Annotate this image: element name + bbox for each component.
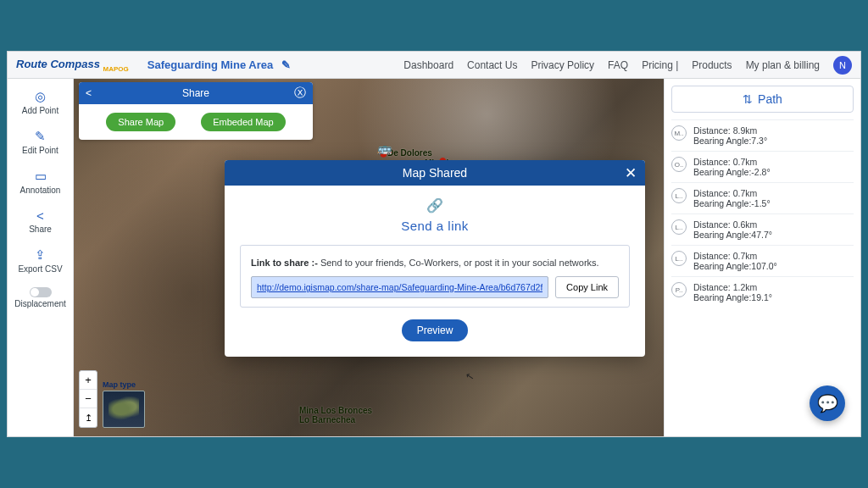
link-icon: 🔗 — [240, 197, 630, 214]
step-bearing: Bearing Angle:47.7° — [693, 230, 854, 240]
modal-header: Map Shared ✕ — [225, 160, 645, 186]
path-step[interactable]: L..Distance: 0.7kmBearing Angle:107.0° — [671, 245, 854, 276]
swap-icon: ⇅ — [743, 92, 753, 106]
share-icon: < — [8, 208, 73, 223]
step-node: M.. — [671, 125, 687, 141]
embed-map-button[interactable]: Embeded Map — [201, 113, 286, 131]
step-distance: Distance: 1.2km — [693, 282, 854, 292]
path-panel: ⇅ Path M..Distance: 8.9kmBearing Angle:7… — [664, 79, 860, 436]
step-node: L.. — [671, 251, 687, 266]
nav-plan[interactable]: My plan & billing — [746, 59, 820, 71]
nav-links: Dashboard Contact Us Privacy Policy FAQ … — [403, 56, 852, 75]
left-sidebar: ◎Add Point ✎Edit Point ▭Annotation <Shar… — [8, 79, 74, 436]
share-panel: < Share ⓧ Share Map Embeded Map — [79, 82, 313, 140]
share-url-input[interactable] — [251, 276, 548, 298]
brand-logo: Route Compass MAPOG — [16, 58, 129, 73]
preview-button[interactable]: Preview — [402, 319, 469, 341]
sidebar-share[interactable]: <Share — [8, 203, 73, 239]
link-box: Link to share :- Send to your friends, C… — [240, 245, 630, 308]
chat-icon: 💬 — [817, 393, 838, 413]
path-step[interactable]: M..Distance: 8.9kmBearing Angle:7.3° — [671, 119, 854, 151]
send-link-label: Send a link — [240, 219, 630, 233]
path-step[interactable]: P..Distance: 1.2kmBearing Angle:19.1° — [671, 276, 854, 308]
top-nav: Route Compass MAPOG Safeguarding Mine Ar… — [8, 52, 860, 79]
edit-icon[interactable]: ✎ — [281, 58, 291, 71]
bus-icon: 🚌 — [377, 141, 392, 155]
minimap[interactable] — [103, 391, 145, 428]
step-node: L.. — [671, 219, 687, 235]
map-type-label: Map type — [103, 380, 136, 389]
sidebar-add-point[interactable]: ◎Add Point — [8, 84, 73, 120]
step-distance: Distance: 0.6km — [693, 219, 854, 230]
share-map-button[interactable]: Share Map — [106, 113, 175, 131]
export-icon: ⇪ — [8, 247, 73, 263]
share-arrow-icon: < — [86, 87, 92, 99]
modal-title: Map Shared — [403, 166, 467, 180]
project-title[interactable]: Safeguarding Mine Area ✎ — [147, 58, 291, 71]
path-header[interactable]: ⇅ Path — [671, 86, 854, 113]
step-distance: Distance: 8.9km — [693, 125, 854, 136]
step-bearing: Bearing Angle:107.0° — [693, 261, 854, 271]
modal-close-icon[interactable]: ✕ — [625, 164, 637, 182]
map-label: Mina Los Bronces Lo Barnechea — [299, 406, 372, 424]
brand-name: Route Compass — [16, 58, 100, 70]
target-icon: ◎ — [8, 89, 73, 104]
sidebar-edit-point[interactable]: ✎Edit Point — [8, 124, 73, 160]
copy-link-button[interactable]: Copy Link — [555, 276, 619, 298]
close-icon[interactable]: ⓧ — [294, 86, 306, 101]
step-bearing: Bearing Angle:-2.8° — [693, 167, 854, 177]
step-distance: Distance: 0.7km — [693, 188, 854, 198]
step-bearing: Bearing Angle:-1.5° — [693, 198, 854, 208]
share-panel-title: Share — [182, 87, 209, 99]
step-node: P.. — [671, 282, 687, 297]
brand-sub: MAPOG — [103, 64, 129, 72]
share-panel-header: < Share ⓧ — [79, 82, 313, 104]
zoom-out-button[interactable]: − — [80, 390, 97, 408]
path-step[interactable]: L..Distance: 0.6kmBearing Angle:47.7° — [671, 214, 854, 245]
app-window: Route Compass MAPOG Safeguarding Mine Ar… — [7, 51, 861, 437]
nav-pricing[interactable]: Pricing | — [642, 59, 678, 71]
zoom-controls: + − ↥ — [79, 370, 97, 428]
sidebar-displacement[interactable]: Displacement — [8, 282, 73, 313]
pencil-icon: ✎ — [8, 129, 73, 144]
nav-products[interactable]: Products — [692, 59, 732, 71]
map-shared-modal: Map Shared ✕ 🔗 Send a link Link to share… — [225, 160, 645, 357]
map-label: De Dolores — [387, 148, 432, 158]
nav-faq[interactable]: FAQ — [608, 59, 628, 71]
nav-contact[interactable]: Contact Us — [467, 59, 517, 71]
step-bearing: Bearing Angle:7.3° — [693, 136, 854, 146]
step-distance: Distance: 0.7km — [693, 251, 854, 261]
sidebar-annotation[interactable]: ▭Annotation — [8, 164, 73, 200]
nav-privacy[interactable]: Privacy Policy — [531, 59, 594, 71]
chat-fab[interactable]: 💬 — [810, 385, 845, 421]
avatar[interactable]: N — [833, 56, 852, 75]
path-step[interactable]: O..Distance: 0.7kmBearing Angle:-2.8° — [671, 151, 854, 182]
sidebar-export[interactable]: ⇪Export CSV — [8, 242, 73, 279]
zoom-in-button[interactable]: + — [80, 371, 97, 390]
step-distance: Distance: 0.7km — [693, 157, 854, 167]
comment-icon: ▭ — [8, 169, 73, 184]
step-node: O.. — [671, 157, 687, 172]
toggle-icon[interactable] — [30, 287, 52, 297]
zoom-reset-button[interactable]: ↥ — [80, 408, 97, 427]
path-step[interactable]: L..Distance: 0.7kmBearing Angle:-1.5° — [671, 182, 854, 214]
nav-dashboard[interactable]: Dashboard — [403, 59, 453, 71]
link-instruction: Link to share :- Send to your friends, C… — [251, 258, 599, 268]
step-bearing: Bearing Angle:19.1° — [693, 292, 854, 302]
step-node: L.. — [671, 188, 687, 203]
